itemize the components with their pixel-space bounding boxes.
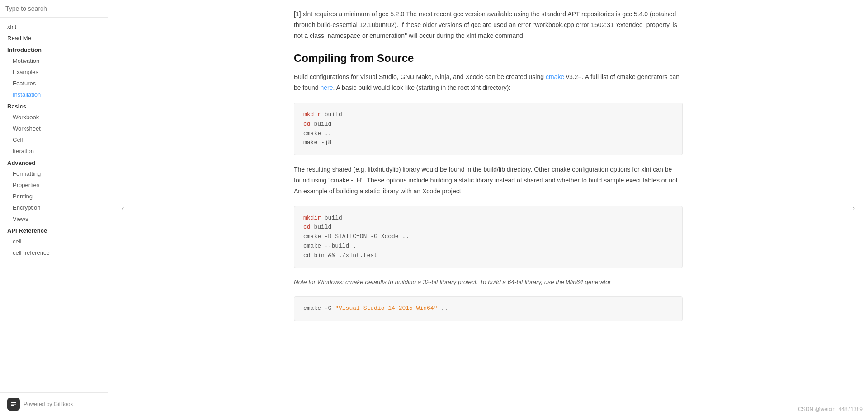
code-line-2-4: cmake --build . [303,242,673,251]
code-line-1-4: make -j8 [303,138,673,148]
sidebar-item-printing[interactable]: Printing [0,191,108,202]
sidebar-item-features[interactable]: Features [0,78,108,89]
sidebar-footer: Powered by GitBook [0,392,108,416]
sidebar: xlnt Read Me Introduction Motivation Exa… [0,0,108,416]
note-paragraph: Note for Windows: cmake defaults to buil… [294,277,683,288]
svg-rect-1 [11,404,16,405]
sidebar-item-api-cell-reference[interactable]: cell_reference [0,247,108,258]
search-box[interactable] [0,0,108,18]
code-line-2-3: cmake -D STATIC=ON -G Xcode .. [303,232,673,242]
sidebar-item-workbook[interactable]: Workbook [0,112,108,123]
code-line-2-1: mkdir build [303,214,673,223]
sidebar-section-introduction[interactable]: Introduction [0,44,108,55]
watermark: CSDN @weixin_44871389 [798,406,863,412]
sidebar-item-motivation[interactable]: Motivation [0,55,108,66]
sidebar-section-api[interactable]: API Reference [0,224,108,236]
sidebar-top-xlnt[interactable]: xlnt [0,21,108,33]
cmake-link[interactable]: cmake [546,73,564,80]
code-line-2-5: cd bin && ./xlnt.test [303,251,673,261]
code-line-1-3: cmake .. [303,129,673,139]
sidebar-item-iteration[interactable]: Iteration [0,145,108,157]
sidebar-content: xlnt Read Me Introduction Motivation Exa… [0,18,108,392]
svg-rect-2 [11,405,14,406]
sidebar-section-advanced[interactable]: Advanced [0,157,108,168]
svg-rect-0 [11,402,16,403]
sidebar-item-formatting[interactable]: Formatting [0,168,108,179]
sidebar-item-encryption[interactable]: Encryption [0,202,108,213]
search-input[interactable] [5,5,103,12]
sidebar-item-worksheet[interactable]: Worksheet [0,123,108,134]
sidebar-item-cell[interactable]: Cell [0,134,108,145]
sidebar-item-read-me[interactable]: Read Me [0,33,108,44]
compiling-heading: Compiling from Source [294,52,683,65]
sidebar-item-properties[interactable]: Properties [0,179,108,191]
code-block-1: mkdir build cd build cmake .. make -j8 [294,103,683,155]
sidebar-item-examples[interactable]: Examples [0,66,108,78]
gitbook-label: Powered by GitBook [24,401,73,407]
sidebar-section-basics[interactable]: Basics [0,100,108,112]
content-wrapper: [1] xlnt requires a minimum of gcc 5.2.0… [294,0,683,357]
here-link[interactable]: here [320,84,333,91]
gitbook-icon [7,398,20,411]
code-line-3-1: cmake -G "Visual Studio 14 2015 Win64" .… [303,304,673,313]
intro-paragraph: [1] xlnt requires a minimum of gcc 5.2.0… [294,9,683,41]
main-content-area: ‹ [1] xlnt requires a minimum of gcc 5.2… [108,0,868,416]
content-scrollable: [1] xlnt requires a minimum of gcc 5.2.0… [108,0,868,416]
code-line-2-2: cd build [303,223,673,232]
code-line-1-1: mkdir build [303,110,673,120]
sidebar-item-views[interactable]: Views [0,213,108,224]
code-block-2: mkdir build cd build cmake -D STATIC=ON … [294,206,683,268]
code-block-3: cmake -G "Visual Studio 14 2015 Win64" .… [294,296,683,321]
nav-next-button[interactable]: › [846,201,861,215]
sidebar-item-api-cell[interactable]: cell [0,236,108,247]
code-line-1-2: cd build [303,120,673,129]
sidebar-item-installation[interactable]: Installation [0,89,108,100]
nav-prev-button[interactable]: ‹ [116,201,130,215]
body-paragraph-2: The resulting shared (e.g. libxlnt.dylib… [294,164,683,196]
body-paragraph-1: Build configurations for Visual Studio, … [294,72,683,93]
